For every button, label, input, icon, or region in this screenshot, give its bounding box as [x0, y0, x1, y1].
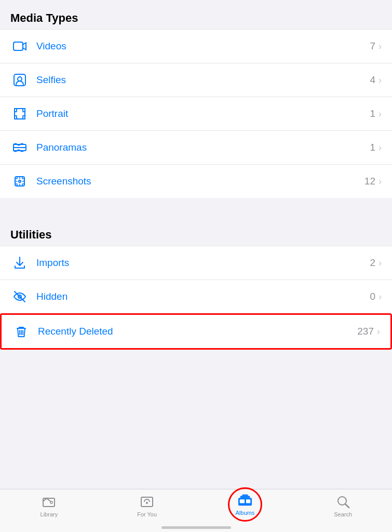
item-label: Videos: [36, 41, 370, 52]
item-count: 1: [370, 108, 375, 119]
tab-search[interactable]: Search: [294, 495, 392, 517]
albums-circle: Albums: [228, 487, 262, 522]
utilities-section: Utilities Imports 2 ›: [0, 217, 392, 350]
item-count: 237: [357, 326, 374, 337]
for-you-tab-icon: [140, 495, 154, 509]
for-you-tab-label: For You: [137, 511, 157, 517]
chevron-icon: ›: [377, 326, 380, 337]
svg-line-21: [345, 504, 349, 508]
portrait-icon: [10, 104, 29, 123]
chevron-icon: ›: [379, 41, 382, 52]
tab-albums[interactable]: Albums: [196, 495, 294, 522]
svg-rect-17: [242, 495, 248, 496]
item-count: 4: [370, 74, 375, 86]
chevron-icon: ›: [379, 291, 382, 302]
list-item[interactable]: Screenshots 12 ›: [0, 165, 392, 198]
item-count: 0: [370, 291, 375, 302]
search-tab-icon: [336, 495, 350, 509]
item-count: 12: [364, 176, 375, 187]
item-count: 7: [370, 41, 375, 52]
chevron-icon: ›: [379, 75, 382, 86]
chevron-icon: ›: [379, 142, 382, 153]
chevron-icon: ›: [379, 176, 382, 187]
library-tab-icon: [42, 495, 56, 509]
selfie-icon: [10, 71, 29, 89]
utilities-header: Utilities: [0, 217, 392, 246]
tab-library[interactable]: Library: [0, 495, 98, 517]
item-label: Selfies: [36, 74, 370, 86]
svg-rect-16: [240, 496, 250, 498]
item-label: Portrait: [36, 108, 370, 119]
svg-rect-19: [246, 499, 250, 503]
svg-point-2: [18, 77, 22, 81]
home-indicator: [161, 526, 231, 529]
list-item[interactable]: Selfies 4 ›: [0, 63, 392, 97]
list-item[interactable]: Portrait 1 ›: [0, 97, 392, 131]
item-label: Recently Deleted: [38, 326, 357, 337]
chevron-icon: ›: [379, 109, 382, 119]
screenshot-icon: [10, 172, 29, 191]
tab-bar: Library For You Albums: [0, 489, 392, 532]
item-count: 1: [370, 142, 375, 153]
media-types-list: Videos 7 › Selfies 4 ›: [0, 29, 392, 198]
section-spacer: [0, 198, 392, 217]
list-item[interactable]: Imports 2 ›: [0, 246, 392, 280]
library-tab-label: Library: [40, 511, 58, 517]
list-item[interactable]: Videos 7 ›: [0, 30, 392, 63]
search-tab-label: Search: [334, 511, 352, 517]
svg-rect-18: [240, 499, 245, 503]
svg-rect-0: [13, 42, 23, 50]
item-label: Panoramas: [36, 142, 370, 153]
media-types-header: Media Types: [0, 0, 392, 29]
item-label: Hidden: [36, 291, 370, 302]
list-item[interactable]: Panoramas 1 ›: [0, 131, 392, 165]
tab-for-you[interactable]: For You: [98, 495, 196, 517]
main-content: Media Types Videos 7 ›: [0, 0, 392, 402]
chevron-icon: ›: [379, 258, 382, 269]
import-icon: [10, 254, 29, 272]
svg-point-12: [50, 501, 52, 503]
recently-deleted-wrapper: Recently Deleted 237 ›: [0, 313, 392, 350]
utilities-list: Imports 2 › Hidden 0 ›: [0, 246, 392, 313]
media-types-section: Media Types Videos 7 ›: [0, 0, 392, 198]
albums-tab-icon: [238, 493, 252, 508]
item-label: Screenshots: [36, 176, 364, 187]
recently-deleted-item[interactable]: Recently Deleted 237 ›: [2, 315, 390, 348]
albums-tab-label: Albums: [236, 510, 255, 516]
item-count: 2: [370, 257, 375, 269]
svg-point-5: [19, 180, 21, 182]
panorama-icon: [10, 138, 29, 157]
video-icon: [10, 37, 29, 56]
list-item[interactable]: Hidden 0 ›: [0, 280, 392, 313]
trash-icon: [12, 322, 31, 341]
svg-point-14: [146, 502, 148, 504]
item-label: Imports: [36, 257, 370, 269]
hidden-icon: [10, 287, 29, 306]
